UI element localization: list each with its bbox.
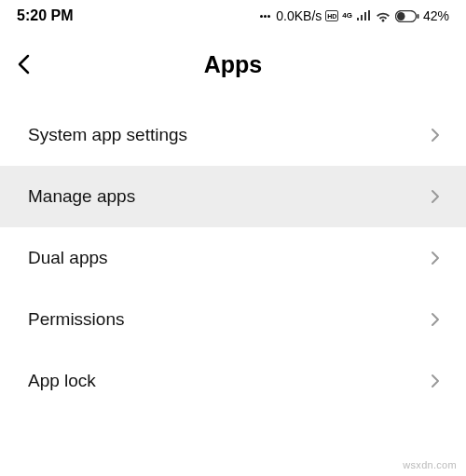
list-item-label: App lock (28, 371, 96, 391)
svg-rect-1 (397, 12, 405, 20)
page-title: Apps (204, 51, 263, 78)
list-item-label: System app settings (28, 125, 187, 145)
battery-percent: 42% (423, 8, 449, 23)
network-type: 4G (342, 12, 352, 20)
back-button[interactable] (17, 50, 45, 78)
chevron-right-icon (431, 312, 440, 327)
signal-icon (356, 10, 371, 21)
permissions-item[interactable]: Permissions (0, 289, 466, 350)
header: Apps (0, 28, 466, 104)
battery-icon (395, 10, 419, 22)
status-bar: 5:20 PM 0.0KB/s HD 4G 42% (0, 0, 466, 28)
list-item-label: Dual apps (28, 248, 108, 268)
data-rate: 0.0KB/s (276, 8, 322, 23)
more-dots-icon (260, 15, 270, 18)
dual-apps-item[interactable]: Dual apps (0, 227, 466, 289)
list-item-label: Manage apps (28, 186, 135, 207)
chevron-left-icon (17, 54, 30, 75)
sim-icon: HD (325, 10, 338, 21)
app-lock-item[interactable]: App lock (0, 350, 466, 412)
chevron-right-icon (431, 189, 440, 204)
svg-rect-2 (417, 14, 418, 19)
chevron-right-icon (431, 128, 440, 143)
wifi-icon (375, 10, 391, 22)
system-app-settings-item[interactable]: System app settings (0, 104, 466, 166)
list-item-label: Permissions (28, 309, 124, 330)
status-time: 5:20 PM (17, 7, 73, 24)
manage-apps-item[interactable]: Manage apps (0, 166, 466, 227)
watermark: wsxdn.com (403, 459, 457, 470)
status-right: 0.0KB/s HD 4G 42% (260, 8, 449, 23)
chevron-right-icon (431, 374, 440, 388)
settings-list: System app settings Manage apps Dual app… (0, 104, 466, 412)
chevron-right-icon (431, 251, 440, 265)
